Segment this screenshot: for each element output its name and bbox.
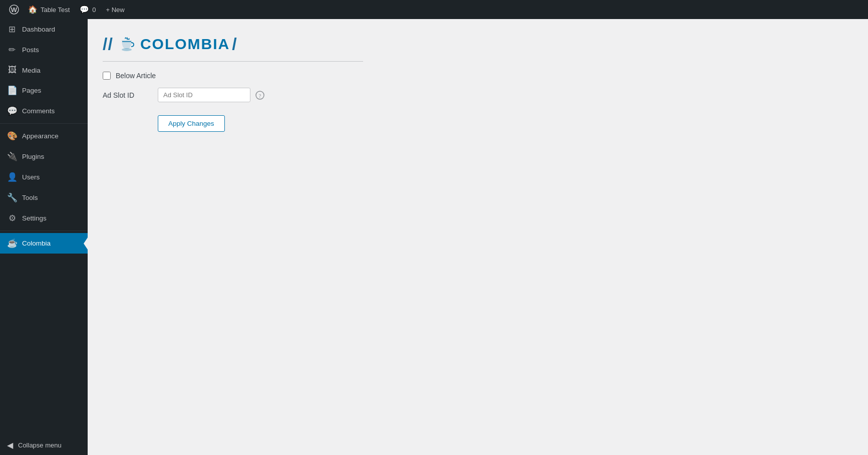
settings-icon: ⚙: [7, 213, 17, 223]
sidebar-label-appearance: Appearance: [22, 132, 59, 140]
users-icon: 👤: [7, 172, 17, 182]
posts-icon: ✏: [7, 45, 17, 55]
sidebar-item-tools[interactable]: 🔧 Tools: [0, 187, 88, 208]
sidebar-item-comments[interactable]: 💬 Comments: [0, 101, 88, 121]
sidebar-label-colombia: Colombia: [22, 240, 51, 247]
help-icon[interactable]: ?: [255, 91, 264, 100]
pages-icon: 📄: [7, 85, 17, 96]
sidebar-item-pages[interactable]: 📄 Pages: [0, 80, 88, 101]
ad-slot-label: Ad Slot ID: [103, 91, 153, 99]
sidebar-divider-1: [0, 123, 88, 124]
ad-slot-input[interactable]: [158, 88, 250, 102]
sidebar-item-posts[interactable]: ✏ Posts: [0, 40, 88, 60]
sidebar-label-users: Users: [22, 173, 40, 181]
sidebar-divider-2: [0, 231, 88, 231]
question-mark-icon: ?: [255, 91, 264, 100]
sidebar-label-dashboard: Dashboard: [22, 26, 55, 33]
sidebar-item-colombia[interactable]: ☕ Colombia: [0, 233, 88, 254]
sidebar-label-tools: Tools: [22, 194, 38, 201]
svg-text:W: W: [11, 6, 18, 14]
sidebar-item-users[interactable]: 👤 Users: [0, 167, 88, 187]
sidebar-label-plugins: Plugins: [22, 153, 44, 160]
sidebar-label-settings: Settings: [22, 214, 47, 222]
comments-link[interactable]: 💬 0: [75, 0, 101, 19]
layout: ⊞ Dashboard ✏ Posts 🖼 Media 📄 Pages 💬 Co…: [0, 19, 868, 455]
apply-changes-container: Apply Changes: [158, 110, 853, 132]
sidebar-item-dashboard[interactable]: ⊞ Dashboard: [0, 19, 88, 40]
media-icon: 🖼: [7, 65, 17, 75]
tools-icon: 🔧: [7, 192, 17, 203]
logo-slash-right: /: [232, 34, 237, 54]
collapse-menu-button[interactable]: ◀ Collapse menu: [0, 435, 88, 455]
plugin-logo: // COLOMBIA /: [103, 34, 363, 62]
collapse-icon: ◀: [7, 440, 13, 450]
wp-logo-icon[interactable]: W: [5, 0, 23, 19]
sidebar-label-pages: Pages: [22, 87, 41, 94]
plugins-icon: 🔌: [7, 151, 17, 162]
dashboard-icon: ⊞: [7, 24, 17, 35]
comments-icon: 💬: [7, 106, 17, 116]
sidebar-item-media[interactable]: 🖼 Media: [0, 60, 88, 80]
below-article-row: Below Article: [103, 72, 853, 80]
sidebar-label-media: Media: [22, 67, 41, 74]
appearance-icon: 🎨: [7, 131, 17, 141]
sidebar-label-comments: Comments: [22, 107, 55, 115]
sidebar-item-settings[interactable]: ⚙ Settings: [0, 208, 88, 229]
logo-text: // COLOMBIA /: [103, 34, 237, 54]
admin-bar: W 🏠 Table Test 💬 0 + New: [0, 0, 868, 19]
sidebar-item-appearance[interactable]: 🎨 Appearance: [0, 126, 88, 146]
site-name-link[interactable]: 🏠 Table Test: [23, 0, 75, 19]
apply-changes-button[interactable]: Apply Changes: [158, 115, 225, 132]
sidebar-item-plugins[interactable]: 🔌 Plugins: [0, 146, 88, 167]
sidebar-label-posts: Posts: [22, 46, 39, 54]
svg-text:?: ?: [259, 93, 261, 99]
new-content-link[interactable]: + New: [101, 0, 130, 19]
logo-slash-left: //: [103, 34, 113, 54]
new-label: + New: [106, 6, 125, 14]
ad-slot-row: Ad Slot ID ?: [103, 88, 853, 102]
sidebar: ⊞ Dashboard ✏ Posts 🖼 Media 📄 Pages 💬 Co…: [0, 19, 88, 455]
coffee-cup-icon: [117, 35, 136, 54]
logo-name: COLOMBIA: [140, 36, 230, 53]
collapse-label: Collapse menu: [18, 441, 62, 449]
comments-count: 0: [92, 6, 96, 14]
settings-form: Below Article Ad Slot ID ? Apply Changes: [103, 72, 853, 132]
colombia-icon: ☕: [7, 238, 17, 249]
below-article-label: Below Article: [116, 72, 156, 80]
site-name-label: Table Test: [41, 6, 70, 14]
below-article-checkbox[interactable]: [103, 72, 111, 80]
main-content: // COLOMBIA / Below Article: [88, 19, 868, 455]
